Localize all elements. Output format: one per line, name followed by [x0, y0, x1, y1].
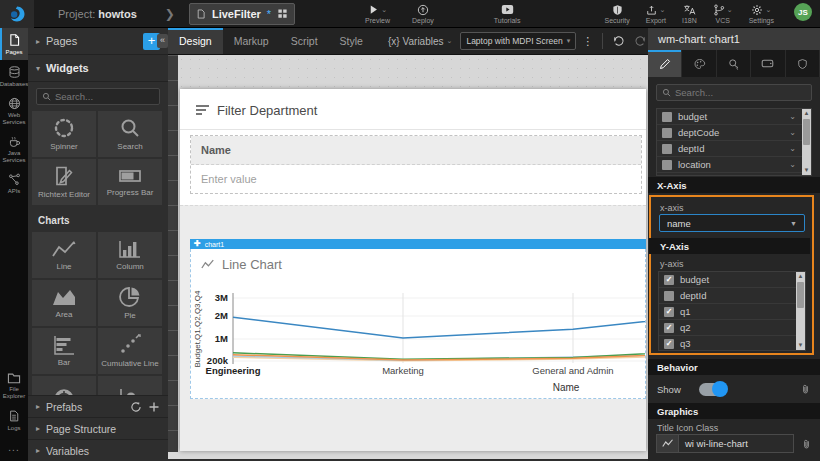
y-axis-option-q2[interactable]: ✓q2: [659, 320, 805, 336]
redo-button[interactable]: [634, 35, 647, 47]
chart-tiles: LineColumnAreaPieBarCumulative Line: [28, 230, 168, 405]
undo-button[interactable]: [612, 35, 625, 47]
field-row-deptid[interactable]: deptId⌄: [657, 141, 811, 157]
more-options-icon[interactable]: ⋮: [582, 35, 593, 48]
chevron-down-icon[interactable]: ⌄: [789, 160, 796, 169]
security-button[interactable]: Security: [605, 3, 630, 24]
y-axis-option-deptid[interactable]: deptId: [659, 288, 805, 304]
scroll-up-arrow[interactable]: ▲: [802, 109, 811, 118]
checkbox[interactable]: [662, 128, 672, 138]
widget-tile-column[interactable]: Column: [98, 232, 162, 278]
tab-styles[interactable]: [682, 50, 716, 77]
title-icon-class-input[interactable]: wi wi-line-chart: [678, 434, 794, 453]
field-row-deptcode[interactable]: deptCode⌄: [657, 125, 811, 141]
widgets-section-header[interactable]: ▾ Widgets: [28, 55, 168, 82]
bind-property-icon[interactable]: [800, 383, 811, 395]
widget-tile-progress-bar[interactable]: Progress Bar: [98, 159, 162, 205]
variables-button[interactable]: {x} Variables ⌄: [388, 28, 453, 54]
checkbox-checked[interactable]: ✓: [664, 323, 674, 333]
field-row-location[interactable]: location⌄: [657, 157, 811, 173]
grid-view-icon[interactable]: [277, 8, 288, 19]
y-axis-option-q3[interactable]: ✓q3: [659, 336, 805, 351]
plus-icon[interactable]: [148, 401, 160, 413]
preview-button[interactable]: ⌄ Preview: [365, 3, 390, 24]
chevron-down-icon[interactable]: ⌄: [789, 128, 796, 137]
tab-properties[interactable]: [648, 50, 682, 77]
checkbox[interactable]: [662, 144, 672, 154]
tab-events[interactable]: [717, 50, 751, 77]
y-axis-option-q1[interactable]: ✓q1: [659, 304, 805, 320]
chevron-down-icon[interactable]: ⌄: [789, 112, 796, 121]
tab-devices[interactable]: [751, 50, 785, 77]
y-axis-option-budget[interactable]: ✓budget: [659, 272, 805, 288]
section-variables[interactable]: ▸Variables: [28, 439, 168, 461]
rail-item-file-explorer[interactable]: File Explorer: [0, 367, 28, 404]
page-tab-livefilter[interactable]: LiveFilter *: [189, 3, 295, 25]
widget-tile-line[interactable]: Line: [32, 232, 96, 278]
vcs-button[interactable]: ⌄ VCS: [713, 3, 733, 24]
scroll-down-arrow[interactable]: ▼: [796, 341, 805, 350]
widget-tile-area[interactable]: Area: [32, 280, 96, 326]
checkbox[interactable]: [662, 112, 672, 122]
user-avatar[interactable]: JS: [794, 3, 812, 21]
wavemaker-logo[interactable]: [0, 0, 34, 28]
widget-tile-search[interactable]: Search: [98, 111, 162, 157]
settings-button[interactable]: ⌄ Settings: [749, 3, 774, 24]
widget-tile-cumulative-line[interactable]: Cumulative Line: [98, 328, 162, 374]
tab-markup[interactable]: Markup: [223, 28, 280, 54]
widget-tile-richtext-editor[interactable]: Richtext Editor: [32, 159, 96, 205]
tab-script[interactable]: Script: [280, 28, 329, 54]
chart-widget[interactable]: ✚ chart1 Line Chart 200k1M2M3MBudget,Q1,…: [190, 239, 646, 399]
chevron-down-icon[interactable]: ⌄: [789, 144, 796, 153]
show-toggle[interactable]: [699, 383, 727, 396]
rail-item-databases[interactable]: Databases: [0, 60, 28, 92]
name-input-field[interactable]: Enter value: [191, 165, 641, 193]
scroll-down-arrow[interactable]: ▼: [802, 166, 811, 175]
move-handle-icon[interactable]: ✚: [194, 240, 201, 248]
field-row-name[interactable]: name⌄: [657, 173, 811, 176]
section-prefabs[interactable]: ▸Prefabs: [28, 395, 168, 417]
checkbox[interactable]: [664, 291, 674, 301]
list-scrollbar[interactable]: ▲▼: [796, 272, 805, 350]
scroll-up-arrow[interactable]: ▲: [796, 272, 805, 281]
tutorials-button[interactable]: Tutorials: [494, 3, 521, 24]
list-scrollbar[interactable]: ▲▼: [802, 109, 811, 175]
refresh-icon[interactable]: [130, 401, 142, 413]
widget-tile-pie[interactable]: Pie: [98, 280, 162, 326]
form-field-label-row: Name: [191, 136, 641, 165]
section-page-structure[interactable]: ▸Page Structure: [28, 417, 168, 439]
export-button[interactable]: ⌄ Export: [646, 3, 666, 24]
widget-selection-bar[interactable]: ✚ chart1: [190, 239, 646, 249]
rail-item-java-services[interactable]: Java Services: [0, 130, 28, 168]
rail-item-pages[interactable]: Pages: [0, 28, 28, 60]
page-canvas[interactable]: Filter Department Name Enter value ✚ cha…: [180, 89, 646, 451]
property-search-input[interactable]: Search...: [656, 84, 812, 101]
rail-item-web-services[interactable]: Web Services: [0, 92, 28, 130]
checkbox[interactable]: [662, 160, 672, 170]
rail-more-button[interactable]: ...: [0, 436, 28, 461]
collapse-panel-button[interactable]: «: [157, 34, 168, 48]
rail-item-apis[interactable]: APIs: [0, 168, 28, 199]
tab-design[interactable]: Design: [168, 28, 223, 54]
widget-search-input[interactable]: Search...: [36, 88, 160, 105]
pages-section-header[interactable]: ▸ Pages +: [28, 28, 168, 55]
device-select[interactable]: Laptop with MDPI Screen ▾: [460, 32, 576, 50]
field-row-budget[interactable]: budget⌄: [657, 109, 811, 125]
filter-department-header[interactable]: Filter Department: [180, 89, 646, 130]
x-axis-select[interactable]: name ▼: [659, 214, 805, 232]
widget-tile-bar[interactable]: Bar: [32, 328, 96, 374]
deploy-button[interactable]: Deploy: [412, 3, 434, 24]
tab-style[interactable]: Style: [329, 28, 374, 54]
search-cursor-icon: [727, 58, 740, 70]
i18n-button[interactable]: I18N: [682, 3, 697, 24]
rail-item-logs[interactable]: Logs: [0, 404, 28, 436]
checkbox-checked[interactable]: ✓: [664, 339, 674, 349]
livefilter-form[interactable]: Name Enter value: [190, 135, 642, 194]
tab-security[interactable]: [786, 50, 820, 77]
checkbox[interactable]: [662, 176, 672, 177]
checkbox-checked[interactable]: ✓: [664, 307, 674, 317]
line-chart-widget-body[interactable]: Line Chart 200k1M2M3MBudget,Q1,Q2,Q3,Q4E…: [190, 249, 646, 399]
bind-property-icon[interactable]: [801, 438, 812, 450]
widget-tile-spinner[interactable]: Spinner: [32, 111, 96, 157]
checkbox-checked[interactable]: ✓: [664, 275, 674, 285]
